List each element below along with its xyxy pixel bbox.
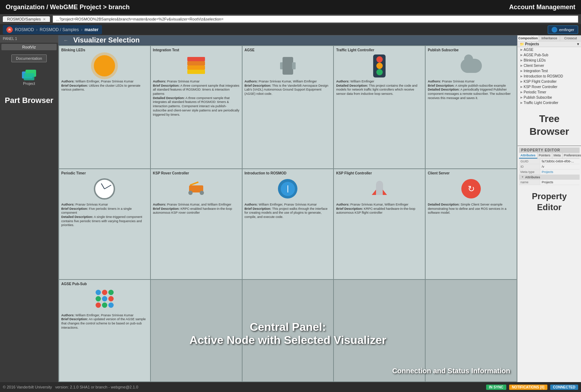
- property-editor: PROPERTY EDITOR Attributes Pointers Meta…: [518, 145, 581, 220]
- cloud-icon: [461, 59, 482, 73]
- tree-expand-icon: ▶: [520, 64, 523, 67]
- browser-tab[interactable]: ROSMOD/Samples ✕: [3, 16, 50, 22]
- card-publish-subscribe[interactable]: Publish Subscribe Authors: Pranav Sriniv…: [426, 46, 517, 168]
- account-management-label: Account Management: [509, 4, 575, 11]
- card-image-traffic-light: [336, 53, 423, 78]
- documentation-button[interactable]: Documentation: [11, 54, 47, 62]
- card-text-traffic-light: Authors: William Emfinger Detailed Descr…: [336, 80, 423, 96]
- clock-icon: [94, 178, 115, 200]
- tree-expand-icon: ▶: [520, 101, 523, 104]
- tree-item-ksp-flight[interactable]: ▶ KSP Flight Controller: [518, 79, 581, 84]
- prop-value-name: Projects: [540, 180, 555, 185]
- tree-item-intro-rosmod[interactable]: ▶ Introduction to ROSMOD: [518, 74, 581, 79]
- tree-expand-icon: ▶: [520, 59, 523, 62]
- card-title-periodic-timer: Periodic Timer: [61, 171, 148, 175]
- breadcrumb: R ROSMOD › ROSMOD / Samples › master: [3, 25, 102, 34]
- prop-tab-meta[interactable]: Meta: [552, 153, 563, 158]
- card-image-intro-rosmod: [245, 177, 331, 201]
- tree-item-publish-subscribe[interactable]: ▶ Publish Subscribe: [518, 95, 581, 100]
- prop-section-attributes: ▼ Attributes: [519, 175, 580, 180]
- tree-item-integration-test[interactable]: ▶ Integration Test: [518, 68, 581, 74]
- tab-close-icon[interactable]: ✕: [43, 17, 46, 21]
- breadcrumb-branch[interactable]: master: [85, 27, 98, 32]
- card-image-integration-test: [153, 53, 240, 78]
- card-agse-pub-sub[interactable]: AGSE Pub-Sub: [59, 280, 150, 381]
- card-image-ksp-flight: [336, 177, 423, 201]
- back-button[interactable]: ←: [61, 37, 70, 44]
- prop-row-guid: GUID fa73d00c-04b9-4f06-...: [519, 159, 580, 164]
- right-panel-tabs: Composition Inheritance Crosscut: [518, 35, 581, 41]
- prop-value-metatype[interactable]: Projects: [540, 169, 555, 174]
- tree-item-ksp-rover[interactable]: ▶ KSP Rover Controller: [518, 84, 581, 90]
- tab-crosscut[interactable]: Crosscut: [560, 35, 581, 41]
- tree-expand-icon: ▶: [520, 48, 523, 51]
- tree-expand-icon: ▶: [520, 96, 523, 99]
- card-periodic-timer[interactable]: Periodic Timer Authors: Pranav Srinivas …: [59, 169, 150, 279]
- robot-arm-icon: [277, 55, 298, 76]
- cards-container: Blinking LEDs Authors: William Emfinger,…: [58, 45, 517, 382]
- card-title-client-server: Client Server: [428, 171, 514, 175]
- compass-inner: [281, 182, 295, 196]
- card-empty-3: [334, 280, 425, 381]
- card-intro-rosmod[interactable]: Introduction to ROSMOD Authors: William …: [243, 169, 334, 279]
- tree-item-agse[interactable]: ▶ AGSE: [518, 47, 581, 52]
- card-image-ksp-rover: [153, 177, 240, 201]
- breadcrumb-rosmod[interactable]: ROSMOD: [15, 27, 34, 32]
- prop-row-metatype: Meta type Projects: [519, 169, 580, 175]
- card-image-agse: [245, 53, 331, 78]
- card-empty-2: [243, 280, 334, 381]
- ksp-flight-icon: [370, 179, 389, 198]
- browser-url-bar[interactable]: ...?project=ROSMOD%2BSamples&branch=mast…: [53, 16, 578, 23]
- notifications-badge[interactable]: NOTIFICATIONS [0]: [509, 385, 547, 390]
- card-client-server[interactable]: Client Server ↻ Detailed Description: Si…: [426, 169, 517, 279]
- card-text-publish-subscribe: Authors: Pranav Srinivas Kumar Brief Des…: [428, 80, 514, 100]
- project-icon-blocks: [20, 68, 38, 80]
- card-integration-test[interactable]: Integration Test Authors: Pranav Sriniva…: [151, 46, 242, 168]
- prop-section-expand-icon: ▼: [521, 175, 524, 179]
- card-title-agse-pub-sub: AGSE Pub-Sub: [61, 282, 148, 286]
- card-ksp-rover[interactable]: KSP Rover Controller Authors: Pranav Sri…: [151, 169, 242, 279]
- tab-label: ROSMOD/Samples: [7, 17, 41, 21]
- tree-browser-label: Tree Browser: [518, 105, 581, 145]
- center-panel: ← Visualizer Selection Blinking LEDs Aut…: [58, 35, 517, 382]
- tab-composition[interactable]: Composition: [518, 35, 539, 41]
- tree-item-label: Introduction to ROSMOD: [524, 74, 563, 78]
- chevron-down-icon: ▾: [577, 42, 579, 46]
- prop-label-guid: GUID: [519, 159, 540, 164]
- card-text-ksp-flight: Authors: Pranav Srinivas Kumar, William …: [336, 203, 423, 215]
- compass-needle: [287, 185, 288, 192]
- account-button[interactable]: 👤 emfinger: [548, 25, 578, 34]
- card-blinking-leds[interactable]: Blinking LEDs Authors: William Emfinger,…: [59, 46, 150, 168]
- user-icon: 👤: [552, 27, 557, 33]
- tree-item-label: KSP Flight Controller: [524, 80, 557, 83]
- card-traffic-light[interactable]: Traffic Light Controller Authors: Willia…: [334, 46, 425, 168]
- prop-tab-preferences[interactable]: Preferences: [563, 153, 581, 158]
- tree-item-periodic-timer[interactable]: ▶ Periodic Timer: [518, 90, 581, 95]
- root-viz-tab[interactable]: RootViz: [1, 44, 57, 50]
- connected-badge[interactable]: CONNECTED: [550, 385, 578, 390]
- tab-inheritance[interactable]: Inheritance: [539, 35, 560, 41]
- card-image-client-server: ↻: [428, 177, 514, 201]
- in-sync-badge[interactable]: IN SYNC: [486, 385, 506, 390]
- breadcrumb-samples[interactable]: ROSMOD / Samples: [40, 27, 79, 32]
- card-title-intro-rosmod: Introduction to ROSMOD: [245, 171, 331, 175]
- tree-item-label: Integration Test: [524, 69, 548, 73]
- card-text-agse-pub-sub: Authors: William Emfinger, Pranav Sriniv…: [61, 313, 148, 330]
- tree-item-client-server[interactable]: ▶ Client Server: [518, 63, 581, 68]
- tree-item-blinking-leds[interactable]: ▶ Blinking LEDs: [518, 58, 581, 63]
- tree-item-label: Client Server: [524, 64, 544, 68]
- tree-item-traffic-light[interactable]: ▶ Traffic Light Controller: [518, 100, 581, 105]
- card-ksp-flight[interactable]: KSP Flight Controller Authors: Pranav Sr…: [334, 169, 425, 279]
- prop-tab-pointers[interactable]: Pointers: [537, 153, 552, 158]
- prop-row-name: name Projects: [519, 180, 580, 185]
- property-editor-header: PROPERTY EDITOR: [519, 148, 580, 153]
- tree-expand-icon: ▶: [520, 75, 523, 78]
- tree-item-agse-pub-sub[interactable]: ▶ AGSE Pub-Sub: [518, 52, 581, 58]
- folder-icon: 📁: [520, 42, 524, 46]
- prop-label-name: name: [519, 180, 540, 185]
- card-title-agse: AGSE: [245, 48, 331, 52]
- card-agse[interactable]: AGSE Authors: Pranav Srinivas Kumar, Wil…: [243, 46, 334, 168]
- prop-tab-attributes[interactable]: Attributes: [519, 153, 537, 158]
- card-text-periodic-timer: Authors: Pranav Srinivas Kumar Brief Des…: [61, 203, 148, 227]
- prop-section-label: Attributes: [525, 175, 540, 179]
